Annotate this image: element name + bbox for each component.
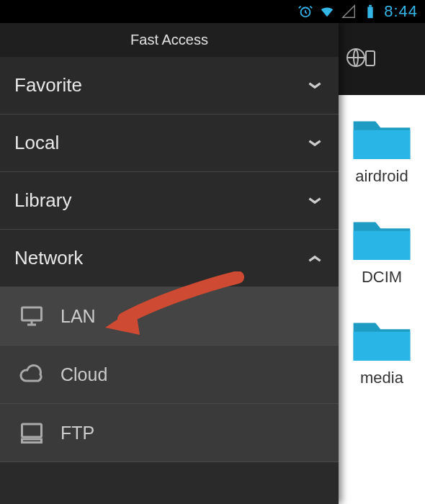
svg-rect-7 bbox=[22, 424, 42, 437]
section-label: Favorite bbox=[14, 74, 82, 96]
subitem-lan[interactable]: LAN bbox=[0, 287, 339, 346]
section-label: Network bbox=[14, 247, 83, 269]
alarm-icon bbox=[298, 4, 313, 19]
folder-icon bbox=[349, 114, 414, 164]
section-library[interactable]: Library bbox=[0, 172, 339, 230]
app-toolbar bbox=[339, 23, 425, 95]
folder-icon bbox=[349, 215, 414, 265]
monitor-icon bbox=[19, 303, 45, 329]
cell-signal-icon bbox=[341, 4, 357, 19]
chevron-down-icon bbox=[305, 134, 324, 153]
globe-device-icon[interactable] bbox=[346, 44, 379, 74]
android-status-bar: 8:44 bbox=[0, 0, 425, 23]
subitem-cloud[interactable]: Cloud bbox=[0, 346, 339, 404]
svg-rect-8 bbox=[22, 439, 42, 443]
section-favorite[interactable]: Favorite bbox=[0, 57, 339, 114]
svg-marker-6 bbox=[105, 307, 140, 335]
subitem-label: FTP bbox=[61, 423, 94, 444]
svg-rect-4 bbox=[366, 51, 375, 66]
chevron-down-icon bbox=[305, 192, 324, 210]
section-local[interactable]: Local bbox=[0, 114, 339, 172]
folder-label: media bbox=[360, 369, 403, 387]
svg-rect-5 bbox=[22, 307, 42, 320]
file-grid-panel: airdroid DCIM media bbox=[339, 23, 425, 504]
subitem-ftp[interactable]: FTP bbox=[0, 404, 339, 462]
folder-icon bbox=[349, 315, 414, 366]
svg-rect-1 bbox=[368, 7, 373, 19]
network-subsection: LAN Cloud FTP bbox=[0, 287, 339, 462]
section-label: Library bbox=[14, 189, 71, 212]
folder-label: airdroid bbox=[355, 167, 408, 186]
folder-item[interactable]: DCIM bbox=[339, 215, 425, 287]
section-network[interactable]: Network bbox=[0, 230, 339, 287]
cloud-icon bbox=[19, 361, 45, 387]
status-time: 8:44 bbox=[384, 2, 418, 21]
section-label: Local bbox=[14, 132, 59, 154]
chevron-down-icon bbox=[305, 76, 324, 95]
folder-label: DCIM bbox=[362, 268, 402, 287]
folder-item[interactable]: airdroid bbox=[339, 114, 425, 186]
battery-icon bbox=[362, 4, 378, 19]
wifi-icon bbox=[319, 4, 335, 19]
drawer-title: Fast Access bbox=[0, 23, 339, 57]
subitem-label: LAN bbox=[61, 306, 96, 327]
svg-rect-2 bbox=[369, 5, 372, 7]
fast-access-drawer: Fast Access Favorite Local Library Netwo… bbox=[0, 23, 339, 504]
subitem-label: Cloud bbox=[61, 364, 107, 385]
server-icon bbox=[19, 420, 45, 446]
chevron-up-icon bbox=[305, 249, 324, 268]
folder-item[interactable]: media bbox=[339, 315, 425, 387]
